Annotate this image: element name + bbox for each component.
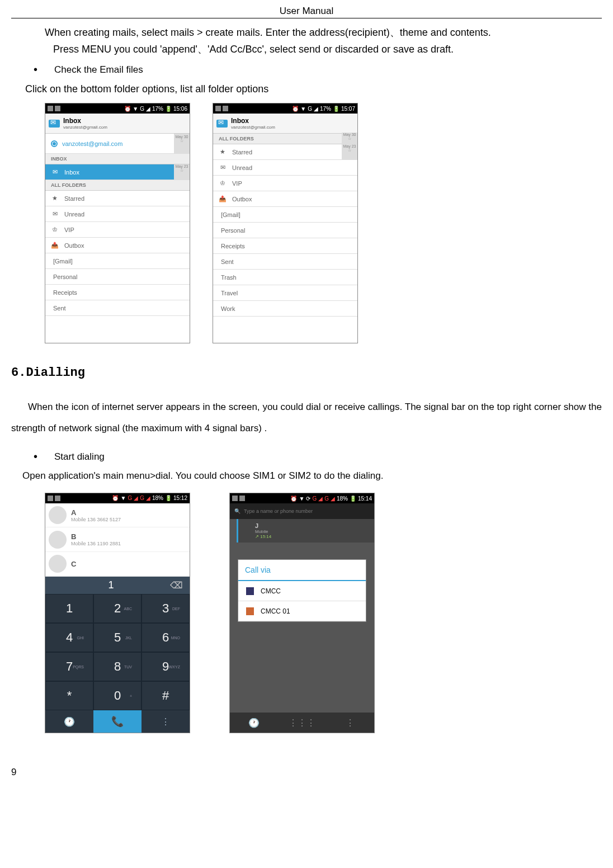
folder-vip[interactable]: ♔VIP [45, 222, 190, 238]
avatar-icon [49, 506, 67, 524]
clock-text: 15:07 [341, 106, 355, 112]
folder-sent[interactable]: Sent [213, 254, 357, 270]
folder-vip[interactable]: ♔VIP [213, 176, 357, 191]
g-icon: G [140, 106, 144, 112]
folder-travel[interactable]: Travel [213, 285, 357, 301]
key-9[interactable]: 9WXYZ [142, 652, 190, 681]
crown-icon: ♔ [51, 226, 59, 234]
call-via-dialog: Call via CMCC CMCC 01 [238, 559, 366, 622]
key-1[interactable]: 1 [45, 594, 93, 623]
email-screenshot-left: ⏰ ▼ G ◢ 17% 🔋 15:06 Inbox vanzotest@gmai… [45, 103, 190, 343]
star-icon: ★ [219, 148, 227, 156]
status-icon [215, 106, 221, 111]
dial-screenshot-left: ⏰ ▼ G ◢ G ◢ 18% 🔋 15:12 AMobile 136 3662… [45, 493, 190, 733]
folder-gmail[interactable]: [Gmail] [213, 207, 357, 223]
inbox-account: vanzotest@gmail.com [63, 125, 107, 130]
battery-icon: 🔋 [333, 106, 339, 112]
search-row[interactable]: 🔍Type a name or phone number [230, 503, 374, 519]
inbox-title: Inbox [63, 117, 107, 125]
folder-unread[interactable]: ✉Unread [213, 160, 357, 176]
folder-starred[interactable]: ★Starred [213, 144, 357, 160]
outbox-icon: 📤 [219, 195, 227, 203]
status-bar: ⏰ ▼ G ◢ G ◢ 18% 🔋 15:12 [45, 493, 190, 503]
folder-unread[interactable]: ✉Unread [45, 206, 190, 222]
date-badge: May 30☆ [174, 134, 190, 154]
signal-icon: ◢ [146, 106, 150, 112]
key-8[interactable]: 8TUV [93, 652, 142, 681]
signal-icon: ◢ [314, 106, 318, 112]
page-number: 9 [11, 767, 602, 778]
menu-icon: ⋮ [161, 716, 170, 727]
sim-option-cmcc[interactable]: CMCC [238, 581, 366, 601]
crown-icon: ♔ [219, 180, 227, 187]
clock-icon: 🕐 [64, 716, 75, 727]
folder-starred[interactable]: ★Starred [45, 191, 190, 206]
g-icon: G [308, 106, 312, 112]
envelope-icon: ✉ [219, 164, 227, 172]
recent-name: J [255, 522, 369, 529]
alarm-icon: ⏰ [112, 495, 119, 501]
battery-text: 17% [152, 106, 163, 112]
folder-sent[interactable]: Sent [45, 300, 190, 316]
folder-gmail[interactable]: [Gmail] [45, 253, 190, 269]
menu-button[interactable]: ⋮ [142, 710, 190, 733]
star-icon: ★ [51, 195, 59, 202]
key-5[interactable]: 5JKL [93, 623, 142, 652]
key-6[interactable]: 6MNO [142, 623, 190, 652]
key-0[interactable]: 0+ [93, 681, 142, 710]
intro-line2: Press MENU you could 'append'、'Add Cc/Bc… [53, 41, 596, 58]
wifi-icon: ▼ [300, 106, 306, 112]
alarm-icon: ⏰ [292, 106, 299, 112]
search-placeholder: Type a name or phone number [244, 508, 313, 514]
folder-receipts[interactable]: Receipts [213, 238, 357, 254]
mail-icon: ✉ [51, 168, 59, 176]
dialed-number-row: 1⌫ [45, 577, 190, 595]
folder-trash[interactable]: Trash [213, 270, 357, 285]
inbox-header[interactable]: Inbox vanzotest@gmail.com [213, 114, 357, 134]
history-button[interactable]: 🕐 [45, 710, 93, 733]
clock-text: 15:06 [173, 106, 187, 112]
dialog-title: Call via [238, 560, 366, 581]
status-bar: ⏰ ▼ G ◢ 17% 🔋 15:07 [213, 103, 357, 114]
dial-bottom-bar: 🕐 📞 ⋮ [45, 710, 190, 733]
folder-outbox[interactable]: 📤Outbox [213, 191, 357, 207]
inbox-account: vanzotest@gmail.com [231, 125, 275, 130]
g-icon: G [312, 496, 317, 502]
key-star[interactable]: * [45, 681, 93, 710]
contact-c[interactable]: C [45, 552, 190, 577]
backspace-icon[interactable]: ⌫ [170, 580, 183, 591]
email-screenshot-right: ⏰ ▼ G ◢ 17% 🔋 15:07 Inbox vanzotest@gmai… [213, 103, 358, 343]
sim-icon [246, 587, 254, 595]
intro-line1: When creating mails, select mails > crea… [45, 24, 596, 41]
key-hash[interactable]: # [142, 681, 190, 710]
key-4[interactable]: 4GHI [45, 623, 93, 652]
avatar-icon [49, 555, 67, 573]
account-selector[interactable]: vanzotest@gmail.com May 30☆ [45, 134, 190, 154]
folder-personal[interactable]: Personal [213, 223, 357, 238]
mail-icon [49, 120, 60, 128]
contact-b[interactable]: BMobile 136 1190 2881 [45, 527, 190, 552]
menu-button[interactable]: ⋮ [326, 713, 374, 733]
key-3[interactable]: 3DEF [142, 594, 190, 623]
status-bar: ⏰ ▼ G ◢ 17% 🔋 15:06 [45, 103, 190, 114]
key-2[interactable]: 2ABC [93, 594, 142, 623]
sim-option-cmcc01[interactable]: CMCC 01 [238, 601, 366, 621]
inbox-header[interactable]: Inbox vanzotest@gmail.com [45, 114, 190, 134]
folder-work[interactable]: Work [213, 301, 357, 317]
folder-inbox[interactable]: ✉Inbox [45, 164, 190, 180]
history-button[interactable]: 🕐 [230, 713, 278, 733]
folder-outbox[interactable]: 📤Outbox [45, 238, 190, 253]
keypad: 1 2ABC 3DEF 4GHI 5JKL 6MNO 7PQRS 8TUV 9W… [45, 594, 190, 710]
contact-a[interactable]: AMobile 136 3662 5127 [45, 503, 190, 528]
account-email: vanzotest@gmail.com [62, 140, 122, 147]
section-all-label: ALL FOLDERS [45, 180, 190, 191]
recent-call[interactable]: J Mobile ↗ 15:14 [237, 519, 374, 542]
call-button[interactable]: 📞 [93, 710, 142, 733]
folder-personal[interactable]: Personal [45, 269, 190, 285]
key-7[interactable]: 7PQRS [45, 652, 93, 681]
g-icon: G [128, 495, 132, 501]
dialpad-button[interactable]: ⋮⋮⋮ [278, 713, 326, 733]
alarm-icon: ⏰ [124, 106, 131, 112]
folder-receipts[interactable]: Receipts [45, 285, 190, 300]
bullet-check-email: Check the Email files [34, 63, 602, 76]
